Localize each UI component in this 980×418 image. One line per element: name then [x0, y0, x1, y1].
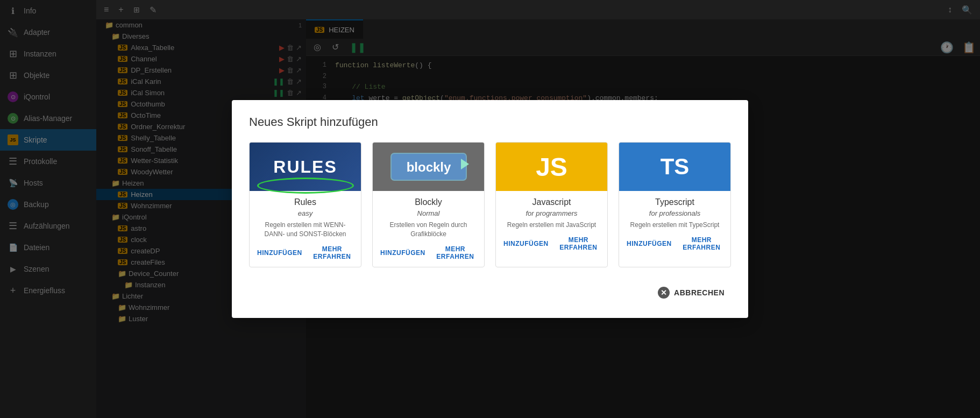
js-logo-text: JS	[536, 152, 567, 182]
blockly-desc: Erstellen von Regeln durch Grafikblöcke	[380, 221, 477, 239]
ts-add-button[interactable]: HINZUFÜGEN	[627, 236, 672, 251]
ts-actions: HINZUFÜGEN MEHR ERFAHREN	[627, 236, 723, 251]
svg-text:blockly: blockly	[406, 160, 451, 174]
js-actions: HINZUFÜGEN MEHR ERFAHREN	[503, 236, 600, 251]
blockly-graphic: blockly	[386, 148, 472, 186]
rules-oval-decoration	[257, 178, 354, 194]
js-desc: Regeln erstellen mit JavaScript	[503, 221, 600, 230]
script-option-blockly[interactable]: blockly Blockly Normal Erstellen von Reg…	[372, 142, 485, 267]
rules-actions: HINZUFÜGEN MEHR ERFAHREN	[257, 245, 353, 260]
ts-preview: TS	[619, 143, 730, 191]
rules-name: Rules	[257, 197, 353, 207]
rules-logo-text: RULES	[273, 157, 337, 177]
rules-add-button[interactable]: HINZUFÜGEN	[257, 245, 302, 260]
blockly-actions: HINZUFÜGEN MEHR ERFAHREN	[380, 245, 477, 260]
js-body: Javascript for programmers Regeln erstel…	[496, 191, 607, 258]
rules-learn-button[interactable]: MEHR ERFAHREN	[311, 245, 353, 260]
blockly-preview: blockly	[373, 143, 484, 191]
rules-body: Rules easy Regeln erstellen mit WENN- DA…	[250, 191, 361, 267]
js-learn-button[interactable]: MEHR ERFAHREN	[557, 236, 600, 251]
modal-footer: ✕ ABBRECHEN	[249, 282, 731, 303]
blockly-body: Blockly Normal Erstellen von Regeln durc…	[373, 191, 484, 267]
js-preview: JS	[496, 143, 607, 191]
script-option-typescript[interactable]: TS Typescript for professionals Regeln e…	[619, 142, 731, 267]
modal-title: Neues Skript hinzufügen	[249, 115, 731, 129]
cancel-label: ABBRECHEN	[674, 288, 725, 297]
blockly-add-button[interactable]: HINZUFÜGEN	[380, 245, 425, 260]
ts-name: Typescript	[627, 197, 723, 207]
modal-dialog: Neues Skript hinzufügen RULES Rules easy…	[232, 100, 748, 318]
blockly-name: Blockly	[380, 197, 477, 207]
rules-difficulty: easy	[257, 209, 353, 217]
script-option-rules[interactable]: RULES Rules easy Regeln erstellen mit WE…	[249, 142, 361, 267]
ts-body: Typescript for professionals Regeln erst…	[619, 191, 730, 258]
modal-overlay[interactable]: Neues Skript hinzufügen RULES Rules easy…	[0, 0, 980, 418]
js-name: Javascript	[503, 197, 600, 207]
ts-logo-text: TS	[661, 154, 690, 180]
js-difficulty: for programmers	[503, 209, 600, 217]
cancel-circle-icon: ✕	[658, 287, 670, 299]
script-options: RULES Rules easy Regeln erstellen mit WE…	[249, 142, 731, 267]
cancel-button[interactable]: ✕ ABBRECHEN	[651, 282, 731, 303]
blockly-learn-button[interactable]: MEHR ERFAHREN	[434, 245, 477, 260]
ts-learn-button[interactable]: MEHR ERFAHREN	[680, 236, 723, 251]
script-option-javascript[interactable]: JS Javascript for programmers Regeln ers…	[495, 142, 608, 267]
js-add-button[interactable]: HINZUFÜGEN	[503, 236, 549, 251]
blockly-difficulty: Normal	[380, 209, 477, 217]
rules-preview: RULES	[250, 143, 361, 191]
ts-difficulty: for professionals	[627, 209, 723, 217]
ts-desc: Regeln erstellen mit TypeScript	[627, 221, 723, 230]
rules-desc: Regeln erstellen mit WENN- DANN- und SON…	[257, 221, 353, 239]
